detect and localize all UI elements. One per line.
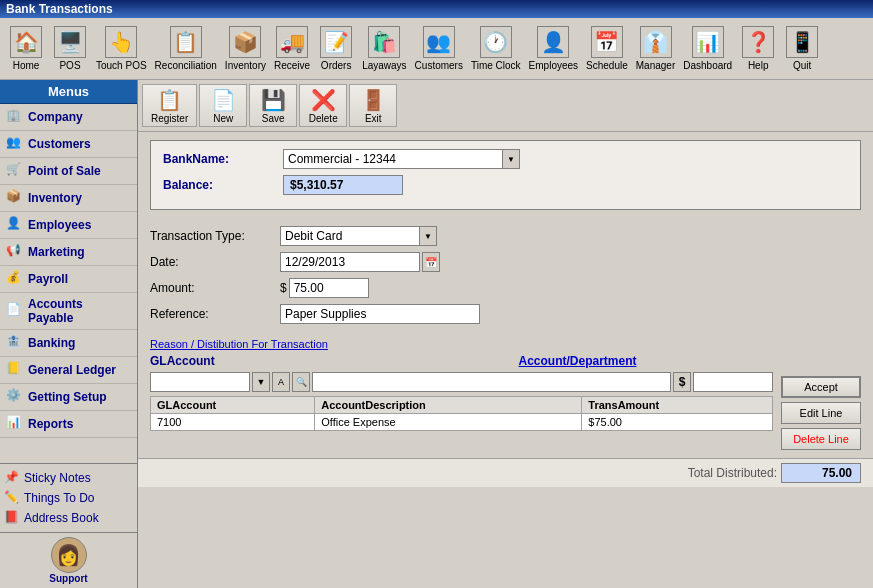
gl-add-btn[interactable]: A bbox=[272, 372, 290, 392]
toolbar-btn-pos[interactable]: 🖥️ POS bbox=[48, 24, 92, 73]
delete-line-button[interactable]: Delete Line bbox=[781, 428, 861, 450]
content-area: 📋 Register 📄 New 💾 Save ❌ Delete 🚪 Exit bbox=[138, 80, 873, 588]
sidebar-label-accounts-payable: Accounts Payable bbox=[28, 297, 131, 325]
dept-input[interactable] bbox=[312, 372, 671, 392]
amount-label: Amount: bbox=[150, 281, 280, 295]
receive-toolbar-icon: 🚚 bbox=[276, 26, 308, 58]
edit-line-button[interactable]: Edit Line bbox=[781, 402, 861, 424]
bank-name-dropdown[interactable]: ▼ bbox=[502, 149, 520, 169]
sidebar-item-customers[interactable]: 👥 Customers bbox=[0, 131, 137, 158]
toolbar-btn-dashboard[interactable]: 📊 Dashboard bbox=[679, 24, 736, 73]
sidebar-item-employees[interactable]: 👤 Employees bbox=[0, 212, 137, 239]
distribution-link[interactable]: Reason / Distibution For Transaction bbox=[150, 338, 861, 350]
sidebar-item-general-ledger[interactable]: 📒 General Ledger bbox=[0, 357, 137, 384]
home-toolbar-icon: 🏠 bbox=[10, 26, 42, 58]
employees-toolbar-icon: 👤 bbox=[537, 26, 569, 58]
trans-type-input[interactable] bbox=[280, 226, 420, 246]
reconciliation-toolbar-label: Reconciliation bbox=[155, 60, 217, 71]
sidebar-bottom: 📌 Sticky Notes ✏️ Things To Do 📕 Address… bbox=[0, 463, 137, 532]
sidebar-label-marketing: Marketing bbox=[28, 245, 85, 259]
action-toolbar: 📋 Register 📄 New 💾 Save ❌ Delete 🚪 Exit bbox=[138, 80, 873, 132]
toolbar-btn-manager[interactable]: 👔 Manager bbox=[632, 24, 679, 73]
main-layout: Menus 🏢 Company 👥 Customers 🛒 Point of S… bbox=[0, 80, 873, 588]
toolbar-btn-touch-pos[interactable]: 👆 Touch POS bbox=[92, 24, 151, 73]
delete-label: Delete bbox=[309, 113, 338, 124]
calendar-button[interactable]: 📅 bbox=[422, 252, 440, 272]
gl-account-input[interactable] bbox=[150, 372, 250, 392]
employees-icon: 👤 bbox=[6, 216, 24, 234]
toolbar-btn-layaways[interactable]: 🛍️ Layaways bbox=[358, 24, 410, 73]
sidebar-item-getting-setup[interactable]: ⚙️ Getting Setup bbox=[0, 384, 137, 411]
save-label: Save bbox=[262, 113, 285, 124]
sidebar-item-company[interactable]: 🏢 Company bbox=[0, 104, 137, 131]
distribution-input-row: ▼ A 🔍 $ bbox=[150, 372, 773, 392]
sidebar-item-banking[interactable]: 🏦 Banking bbox=[0, 330, 137, 357]
delete-button[interactable]: ❌ Delete bbox=[299, 84, 347, 127]
dist-amount-input[interactable] bbox=[693, 372, 773, 392]
sticky-notes-item[interactable]: 📌 Sticky Notes bbox=[4, 468, 133, 488]
toolbar-btn-inventory[interactable]: 📦 Inventory bbox=[221, 24, 270, 73]
reference-input[interactable] bbox=[280, 304, 480, 324]
toolbar-btn-time-clock[interactable]: 🕐 Time Clock bbox=[467, 24, 525, 73]
support-area: 👩 Support bbox=[0, 532, 137, 588]
toolbar-btn-reconciliation[interactable]: 📋 Reconciliation bbox=[151, 24, 221, 73]
gl-account-col-label: GLAccount bbox=[150, 354, 290, 368]
toolbar-btn-customers[interactable]: 👥 Customers bbox=[411, 24, 467, 73]
sidebar: Menus 🏢 Company 👥 Customers 🛒 Point of S… bbox=[0, 80, 138, 588]
exit-icon: 🚪 bbox=[361, 87, 386, 113]
sidebar-item-accounts-payable[interactable]: 📄 Accounts Payable bbox=[0, 293, 137, 330]
layaways-toolbar-label: Layaways bbox=[362, 60, 406, 71]
help-toolbar-label: Help bbox=[748, 60, 769, 71]
quit-toolbar-icon: 📱 bbox=[786, 26, 818, 58]
toolbar-btn-orders[interactable]: 📝 Orders bbox=[314, 24, 358, 73]
toolbar-btn-employees[interactable]: 👤 Employees bbox=[525, 24, 582, 73]
things-to-do-item[interactable]: ✏️ Things To Do bbox=[4, 488, 133, 508]
new-button[interactable]: 📄 New bbox=[199, 84, 247, 127]
employees-toolbar-label: Employees bbox=[529, 60, 578, 71]
toolbar-btn-schedule[interactable]: 📅 Schedule bbox=[582, 24, 632, 73]
date-input[interactable] bbox=[280, 252, 420, 272]
accounts-payable-icon: 📄 bbox=[6, 302, 24, 320]
things-to-do-label: Things To Do bbox=[24, 491, 94, 505]
trans-type-dropdown[interactable]: ▼ bbox=[419, 226, 437, 246]
sidebar-label-getting-setup: Getting Setup bbox=[28, 390, 107, 404]
toolbar-btn-help[interactable]: ❓ Help bbox=[736, 24, 780, 73]
sidebar-item-payroll[interactable]: 💰 Payroll bbox=[0, 266, 137, 293]
date-row: Date: 📅 bbox=[150, 252, 861, 272]
payroll-icon: 💰 bbox=[6, 270, 24, 288]
table-row: 7100 Office Expense $75.00 bbox=[151, 414, 773, 431]
save-button[interactable]: 💾 Save bbox=[249, 84, 297, 127]
schedule-toolbar-label: Schedule bbox=[586, 60, 628, 71]
bank-name-input[interactable] bbox=[283, 149, 503, 169]
dept-col-label: Account/Department bbox=[294, 354, 861, 368]
amount-input[interactable] bbox=[289, 278, 369, 298]
balance-row: Balance: $5,310.57 bbox=[163, 175, 848, 195]
distribution-table: GLAccount AccountDescription TransAmount… bbox=[150, 396, 773, 431]
address-book-item[interactable]: 📕 Address Book bbox=[4, 508, 133, 528]
exit-button[interactable]: 🚪 Exit bbox=[349, 84, 397, 127]
bank-name-row: BankName: ▼ bbox=[163, 149, 848, 169]
save-icon: 💾 bbox=[261, 87, 286, 113]
toolbar-btn-home[interactable]: 🏠 Home bbox=[4, 24, 48, 73]
pos-toolbar-icon: 🖥️ bbox=[54, 26, 86, 58]
account-desc-cell: Office Expense bbox=[315, 414, 582, 431]
total-bar: Total Distributed: 75.00 bbox=[138, 458, 873, 487]
trans-amount-cell: $75.00 bbox=[582, 414, 773, 431]
transaction-form: Transaction Type: ▼ Date: 📅 Amount: $ Re… bbox=[138, 218, 873, 338]
sidebar-item-point-of-sale[interactable]: 🛒 Point of Sale bbox=[0, 158, 137, 185]
sidebar-item-marketing[interactable]: 📢 Marketing bbox=[0, 239, 137, 266]
sidebar-header: Menus bbox=[0, 80, 137, 104]
register-button[interactable]: 📋 Register bbox=[142, 84, 197, 127]
marketing-icon: 📢 bbox=[6, 243, 24, 261]
accept-button[interactable]: Accept bbox=[781, 376, 861, 398]
gl-dropdown-btn[interactable]: ▼ bbox=[252, 372, 270, 392]
toolbar-btn-quit[interactable]: 📱 Quit bbox=[780, 24, 824, 73]
reconciliation-toolbar-icon: 📋 bbox=[170, 26, 202, 58]
help-toolbar-icon: ❓ bbox=[742, 26, 774, 58]
support-label: Support bbox=[49, 573, 87, 584]
gl-search-btn[interactable]: 🔍 bbox=[292, 372, 310, 392]
total-value: 75.00 bbox=[781, 463, 861, 483]
sidebar-item-inventory[interactable]: 📦 Inventory bbox=[0, 185, 137, 212]
toolbar-btn-receive[interactable]: 🚚 Receive bbox=[270, 24, 314, 73]
sidebar-item-reports[interactable]: 📊 Reports bbox=[0, 411, 137, 438]
